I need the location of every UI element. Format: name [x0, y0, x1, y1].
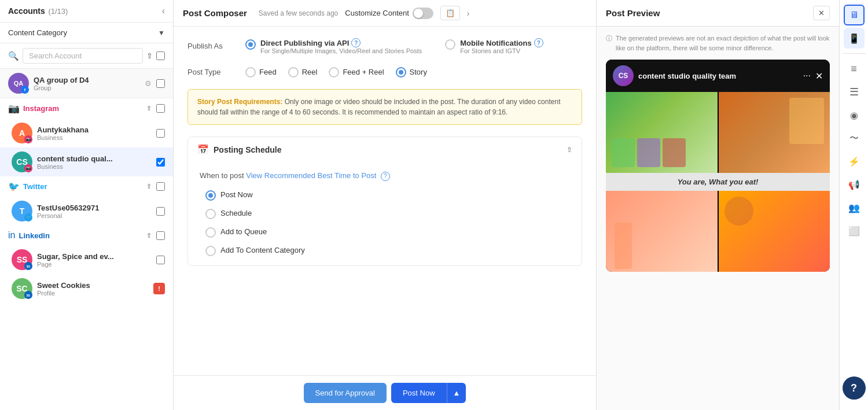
sugar-spice-checkbox[interactable]	[156, 256, 165, 264]
feed-radio[interactable]	[245, 67, 256, 77]
post-now-dropdown-button[interactable]: ▲	[447, 383, 466, 403]
help-fab-button[interactable]: ?	[843, 376, 866, 400]
account-item-sugar-spice[interactable]: SS in Sugar, Spice and ev... Page	[0, 245, 173, 274]
send-for-approval-button[interactable]: Send for Approval	[304, 383, 387, 403]
qa-group-item[interactable]: QA f QA group of D4 Group ⚙	[0, 69, 173, 98]
auntykakhana-type: Business	[37, 134, 152, 141]
recommended-time-link[interactable]: View Recommended Best Time to Post	[246, 171, 376, 180]
account-item-auntykakhana[interactable]: A 📷 Auntykakhana Business	[0, 119, 173, 147]
desktop-icon: 🖥	[849, 10, 859, 20]
sidebar-collapse-button[interactable]: ‹	[162, 6, 165, 16]
sidebar-count: (1/13)	[48, 7, 68, 16]
linkedin-group-header[interactable]: in Linkedin ⇧	[0, 226, 173, 245]
publish-options: Direct Publishing via API ? For Single/M…	[245, 38, 543, 54]
eye-button[interactable]: ◉	[844, 105, 865, 125]
activity-button[interactable]: ⚡	[844, 151, 865, 172]
instagram-group-checkbox[interactable]	[156, 104, 165, 113]
post-type-reel[interactable]: Reel	[288, 66, 318, 77]
mobile-device-button[interactable]: 📱	[844, 28, 865, 49]
feed-reel-radio[interactable]	[329, 67, 339, 77]
twitter-collapse-button[interactable]: ⇧	[146, 183, 152, 190]
text-lines-button[interactable]: ☰	[844, 82, 865, 102]
save-status: Saved a few seconds ago	[259, 9, 338, 17]
box-button[interactable]: ⬜	[844, 220, 865, 241]
megaphone-button[interactable]: 📢	[844, 174, 865, 195]
account-item-testuse[interactable]: T 🐦 TestUse05632971 Personal	[0, 197, 173, 226]
sort-button[interactable]: ⇧	[146, 51, 153, 60]
content-category-dropdown[interactable]: Content Category ▼	[0, 23, 173, 43]
post-now-radio[interactable]	[205, 190, 216, 201]
desktop-device-button[interactable]: 🖥	[844, 5, 865, 25]
copy-button[interactable]: 📋	[440, 6, 460, 20]
story-warning: Story Post Requirements: Only one image …	[187, 89, 582, 125]
twitter-group-checkbox[interactable]	[156, 182, 165, 191]
post-type-story[interactable]: Story	[396, 66, 427, 77]
mobile-notify-help-icon[interactable]: ?	[534, 38, 543, 47]
mobile-notify-subtitle: For Stories and IGTV	[460, 47, 543, 54]
post-types: Feed Reel Feed + Reel Story	[245, 66, 427, 77]
post-type-label: Post Type	[187, 68, 234, 76]
filter-lines-button[interactable]: ≡	[844, 58, 865, 79]
auntykakhana-checkbox[interactable]	[156, 129, 165, 138]
publish-option-direct[interactable]: Direct Publishing via API ? For Single/M…	[245, 38, 422, 54]
content-studio-type: Business	[37, 163, 152, 170]
close-preview-button[interactable]: ✕	[813, 6, 830, 20]
twitter-badge: 🐦	[24, 213, 32, 221]
nav-forward-button[interactable]: ›	[467, 9, 470, 18]
schedule-option-post-now[interactable]: Post Now	[205, 189, 570, 201]
icon-bar-divider	[843, 53, 866, 54]
post-type-feed-reel[interactable]: Feed + Reel	[329, 66, 384, 77]
publish-option-mobile[interactable]: Mobile Notifications ? For Stories and I…	[445, 38, 543, 54]
search-input[interactable]	[23, 48, 143, 64]
direct-publish-radio[interactable]	[245, 39, 256, 50]
testuse-type: Personal	[37, 212, 152, 219]
schedule-radio[interactable]	[205, 209, 216, 219]
testuse-checkbox[interactable]	[156, 207, 165, 216]
sidebar-header: Accounts (1/13) ‹	[0, 0, 173, 23]
post-now-button[interactable]: Post Now	[391, 383, 447, 403]
mobile-notify-radio[interactable]	[445, 39, 455, 50]
account-item-sweet-cookies[interactable]: SC in Sweet Cookies Profile !	[0, 274, 173, 303]
linkedin-group-left: in Linkedin	[8, 230, 50, 241]
schedule-option-schedule[interactable]: Schedule	[205, 208, 570, 219]
schedule-option-content-category[interactable]: Add To Content Category	[205, 245, 570, 256]
schedule-option-queue[interactable]: Add to Queue	[205, 226, 570, 238]
linkedin-collapse-button[interactable]: ⇧	[146, 232, 152, 239]
preview-close-icon[interactable]: ✕	[815, 71, 823, 82]
instagram-group-header[interactable]: 📷 Instagram ⇧	[0, 98, 173, 119]
posting-schedule-header[interactable]: 📅 Posting Schedule ⇧	[188, 137, 582, 162]
preview-dots[interactable]: ···	[803, 71, 811, 81]
content-category-radio[interactable]	[205, 246, 216, 256]
sugar-spice-avatar: SS in	[12, 249, 32, 270]
posting-schedule-collapse-button[interactable]: ⇧	[567, 146, 572, 154]
content-studio-checkbox[interactable]	[156, 158, 165, 167]
instagram-collapse-button[interactable]: ⇧	[146, 105, 152, 112]
select-all-checkbox[interactable]	[156, 51, 165, 60]
account-item-content-studio[interactable]: CS 📷 content studio qual... Business	[0, 147, 173, 176]
users-button[interactable]: 👥	[844, 197, 865, 218]
linkedin-group-checkbox[interactable]	[156, 231, 165, 240]
publish-as-row: Publish As Direct Publishing via API ? F…	[187, 38, 582, 54]
story-radio[interactable]	[396, 67, 406, 77]
twitter-group-header[interactable]: 🐦 Twitter ⇧	[0, 176, 173, 197]
queue-radio[interactable]	[205, 227, 216, 238]
reel-radio[interactable]	[288, 67, 299, 77]
composer-footer: Send for Approval Post Now ▲	[174, 375, 596, 410]
post-type-feed[interactable]: Feed	[245, 66, 277, 77]
preview-image-3	[606, 191, 718, 272]
sweet-cookies-name: Sweet Cookies	[37, 281, 149, 290]
qa-group-avatar: QA f	[8, 73, 29, 94]
qa-group-checkbox[interactable]	[156, 79, 165, 88]
instagram-group-name: Instagram	[23, 104, 59, 113]
publish-as-label: Publish As	[187, 38, 234, 50]
megaphone-icon: 📢	[848, 179, 860, 190]
wave-button[interactable]: 〜	[844, 128, 865, 149]
linkedin-group-icon: in	[8, 230, 15, 241]
account-settings-button[interactable]: ⚙	[145, 79, 152, 88]
customize-toggle[interactable]	[413, 8, 433, 19]
recommended-time-help-icon[interactable]: ?	[381, 172, 390, 181]
post-composer-title: Post Composer	[183, 8, 247, 18]
main-content: Post Composer Saved a few seconds ago Cu…	[174, 0, 596, 410]
direct-publish-help-icon[interactable]: ?	[351, 38, 361, 47]
content-category-label: Content Category	[8, 28, 67, 37]
